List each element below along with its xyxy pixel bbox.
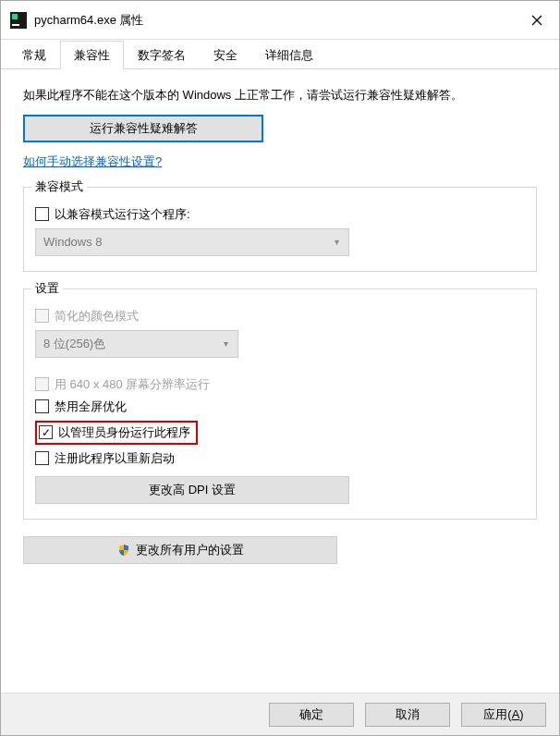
color-depth-combo-value: 8 位(256)色 — [43, 336, 105, 352]
compat-mode-group: 兼容模式 以兼容模式运行这个程序: Windows 8 ▾ — [23, 187, 537, 272]
tab-details[interactable]: 详细信息 — [251, 41, 327, 69]
close-icon — [531, 15, 542, 26]
settings-legend: 设置 — [31, 280, 63, 297]
settings-group: 设置 简化的颜色模式 8 位(256)色 ▾ 用 640 x 480 屏幕分辨率… — [23, 288, 537, 520]
tab-content: 如果此程序不能在这个版本的 Windows 上正常工作，请尝试运行兼容性疑难解答… — [1, 69, 559, 575]
run-troubleshooter-label: 运行兼容性疑难解答 — [90, 120, 198, 137]
tab-general[interactable]: 常规 — [8, 41, 60, 69]
cancel-button-label: 取消 — [396, 706, 420, 723]
ok-button[interactable]: 确定 — [269, 703, 354, 727]
compat-mode-checkbox-label: 以兼容模式运行这个程序: — [55, 206, 190, 223]
change-dpi-settings-label: 更改高 DPI 设置 — [149, 482, 236, 498]
lowres-checkbox — [35, 377, 49, 391]
compat-mode-combo[interactable]: Windows 8 ▾ — [35, 228, 349, 256]
svg-rect-2 — [12, 24, 19, 26]
tab-compatibility[interactable]: 兼容性 — [60, 41, 124, 69]
change-all-users-button[interactable]: 更改所有用户的设置 — [23, 536, 337, 564]
run-as-admin-highlight: 以管理员身份运行此程序 — [35, 421, 198, 445]
ok-button-label: 确定 — [299, 706, 323, 723]
lowres-label: 用 640 x 480 屏幕分辨率运行 — [55, 376, 210, 393]
color-depth-combo: 8 位(256)色 ▾ — [35, 330, 238, 358]
apply-button-label: 应用(A) — [483, 706, 523, 723]
disable-fullscreen-checkbox[interactable] — [35, 399, 49, 413]
compat-mode-checkbox[interactable] — [35, 207, 49, 221]
cancel-button[interactable]: 取消 — [365, 703, 450, 727]
close-button[interactable] — [515, 1, 559, 40]
compat-mode-checkbox-row: 以兼容模式运行这个程序: — [35, 206, 525, 223]
titlebar: pycharm64.exe 属性 — [1, 1, 559, 40]
description-text: 如果此程序不能在这个版本的 Windows 上正常工作，请尝试运行兼容性疑难解答… — [23, 86, 537, 105]
chevron-down-icon: ▾ — [224, 338, 228, 349]
manual-settings-link[interactable]: 如何手动选择兼容性设置? — [23, 153, 162, 170]
lowres-row: 用 640 x 480 屏幕分辨率运行 — [35, 376, 525, 393]
change-all-users-label: 更改所有用户的设置 — [136, 542, 244, 558]
tab-security[interactable]: 安全 — [200, 41, 251, 69]
register-restart-label: 注册此程序以重新启动 — [55, 450, 175, 467]
reduced-color-checkbox — [35, 309, 49, 323]
run-as-admin-label: 以管理员身份运行此程序 — [58, 424, 190, 441]
run-as-admin-checkbox[interactable] — [39, 425, 53, 439]
disable-fullscreen-label: 禁用全屏优化 — [55, 399, 127, 415]
reduced-color-label: 简化的颜色模式 — [55, 308, 139, 325]
register-restart-row: 注册此程序以重新启动 — [35, 450, 525, 467]
svg-rect-1 — [12, 14, 18, 19]
app-icon — [10, 12, 27, 29]
compat-mode-legend: 兼容模式 — [31, 178, 87, 195]
window-title: pycharm64.exe 属性 — [34, 12, 144, 29]
dialog-footer: 确定 取消 应用(A) — [1, 693, 559, 735]
disable-fullscreen-row: 禁用全屏优化 — [35, 399, 525, 415]
register-restart-checkbox[interactable] — [35, 451, 49, 465]
change-dpi-settings-button[interactable]: 更改高 DPI 设置 — [35, 476, 349, 504]
compat-mode-combo-value: Windows 8 — [43, 235, 103, 249]
shield-icon — [117, 544, 130, 557]
apply-button[interactable]: 应用(A) — [461, 703, 546, 727]
reduced-color-row: 简化的颜色模式 — [35, 308, 525, 325]
tab-strip: 常规 兼容性 数字签名 安全 详细信息 — [1, 40, 559, 69]
tab-digital-signatures[interactable]: 数字签名 — [124, 41, 200, 69]
chevron-down-icon: ▾ — [335, 237, 339, 247]
run-troubleshooter-button[interactable]: 运行兼容性疑难解答 — [23, 115, 263, 142]
